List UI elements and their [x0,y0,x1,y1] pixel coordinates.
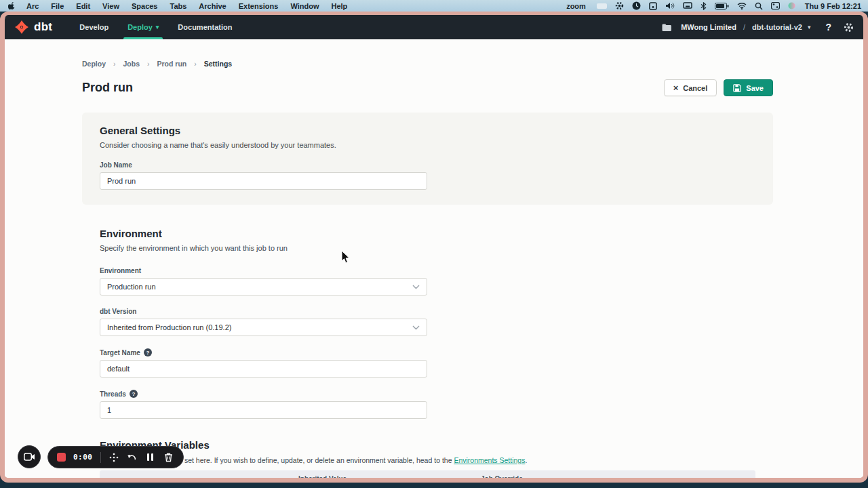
environment-heading: Environment [100,228,755,239]
delete-recording-icon[interactable] [163,453,174,462]
general-settings-heading: General Settings [100,125,755,136]
account-name[interactable]: MWong Limited [681,23,736,31]
macos-menubar: ArcFileEditViewSpacesTabsArchiveExtensio… [0,0,868,12]
threads-input[interactable] [100,401,427,419]
help-tooltip-icon[interactable]: ? [130,390,138,398]
menubar-clock[interactable]: Thu 9 Feb 12:21 [805,2,861,10]
menubar-menu-item[interactable]: Edit [70,2,96,10]
screen-overlay-icon[interactable] [597,3,607,9]
wifi-icon[interactable] [737,2,747,9]
nav-item-label: Documentation [178,23,232,31]
chevron-down-icon[interactable]: ▾ [808,24,811,30]
close-x-icon: × [673,83,679,92]
apple-menu-icon[interactable] [8,1,16,10]
search-icon[interactable] [755,2,763,10]
recording-toolbar: 0:00 [47,446,184,468]
variables-table-header: Inherited Value Job Override [100,470,755,483]
menubar-menu-item[interactable]: Arc [20,2,45,10]
clock-icon[interactable] [632,1,641,10]
nav-item-deploy[interactable]: Deploy▾ [118,15,168,39]
save-button-label: Save [746,84,764,92]
record-indicator-icon[interactable] [788,2,795,9]
menubar-menu-item[interactable]: Extensions [233,2,285,10]
environment-select[interactable]: Production run [100,278,427,296]
column-inherited-value: Inherited Value [298,475,347,483]
breadcrumb-item[interactable]: Deploy [82,60,123,68]
video-camera-icon [24,453,35,461]
breadcrumb: DeployJobsProd runSettings [82,60,773,68]
drag-handle-icon[interactable] [108,453,119,462]
page-title: Prod run [82,81,133,95]
menubar-menu-item[interactable]: View [96,2,125,10]
environment-variables-section: Environment Variables Job level override… [82,439,773,483]
control-center-icon[interactable] [771,2,780,9]
menubar-menu-item[interactable]: Spaces [125,2,164,10]
battery-icon[interactable] [715,3,729,9]
environment-variables-description: Job level overrides can be set here. If … [100,456,755,464]
menubar-menu-item[interactable]: File [45,2,70,10]
environment-select-value: Production run [107,283,156,291]
environment-variables-heading: Environment Variables [100,439,755,451]
nav-item-documentation[interactable]: Documentation [168,15,241,39]
breadcrumb-item[interactable]: Settings [204,60,232,68]
zoom-app-label[interactable]: zoom [566,2,586,10]
pause-recording-icon[interactable] [145,453,156,461]
toolbar-divider [100,452,101,463]
account-project-separator: / [743,23,745,31]
dbt-logo[interactable]: dbt [14,15,52,39]
camera-toggle-button[interactable] [18,445,41,468]
page-content: DeployJobsProd runSettings Prod run × Ca… [5,39,863,478]
job-name-input[interactable] [100,172,427,190]
environment-section: Environment Specify the environment in w… [82,228,773,419]
environment-select-label: Environment [100,267,755,274]
project-selector[interactable]: dbt-tutorial-v2 [752,23,802,31]
recording-timer: 0:00 [73,453,93,462]
nav-item-label: Develop [79,23,108,31]
dbt-version-value: Inherited from Production run (0.19.2) [107,323,231,331]
dbt-logo-icon [14,20,29,35]
folder-icon [662,24,671,31]
breadcrumb-item[interactable]: Jobs [123,60,157,68]
display-icon[interactable] [683,2,692,9]
stop-recording-button[interactable] [57,453,66,462]
help-icon[interactable]: ? [825,22,831,33]
help-tooltip-icon[interactable]: ? [144,348,152,357]
menubar-menu-item[interactable]: Tabs [163,2,193,10]
general-settings-description: Consider choosing a name that's easily u… [100,141,755,149]
bluetooth-icon[interactable] [701,2,707,10]
save-button[interactable]: Save [724,79,773,96]
dbt-logo-text: dbt [34,20,52,34]
browser-window: dbt Develop Deploy▾ Documentation MWong … [0,12,868,483]
general-settings-card: General Settings Consider choosing a nam… [82,113,773,205]
cancel-button[interactable]: × Cancel [664,79,717,96]
threads-label: Threads ? [100,390,755,398]
target-name-label-text: Target Name [100,349,140,357]
menubar-menu-item[interactable]: Help [325,2,353,10]
dbt-navbar: dbt Develop Deploy▾ Documentation MWong … [5,15,863,39]
volume-icon[interactable] [665,2,675,9]
nav-item-develop[interactable]: Develop [70,15,118,39]
chevron-down-icon: ▾ [156,24,159,30]
environment-description: Specify the environment in which you wan… [100,244,755,252]
gear-icon[interactable] [615,1,624,10]
cancel-button-label: Cancel [683,84,707,92]
nav-item-label: Deploy [127,23,153,31]
column-job-override: Job Override [481,475,523,483]
settings-gear-icon[interactable] [844,22,854,33]
threads-label-text: Threads [100,390,126,398]
breadcrumb-item[interactable]: Prod run [157,60,204,68]
restart-recording-icon[interactable] [127,453,138,462]
menubar-menus: ArcFileEditViewSpacesTabsArchiveExtensio… [20,2,353,10]
job-name-label: Job Name [100,161,755,169]
chevron-down-icon [412,285,420,289]
menubar-menu-item[interactable]: Window [284,2,325,10]
description-text: . [525,456,527,464]
backup-icon[interactable] [649,2,657,10]
target-name-label: Target Name ? [100,348,755,357]
dbt-version-select[interactable]: Inherited from Production run (0.19.2) [100,319,427,336]
environments-settings-link[interactable]: Environments Settings [454,456,525,464]
menubar-menu-item[interactable]: Archive [193,2,232,10]
navbar-tabs: Develop Deploy▾ Documentation [70,15,241,39]
target-name-input[interactable] [100,360,427,378]
save-floppy-icon [733,84,741,92]
